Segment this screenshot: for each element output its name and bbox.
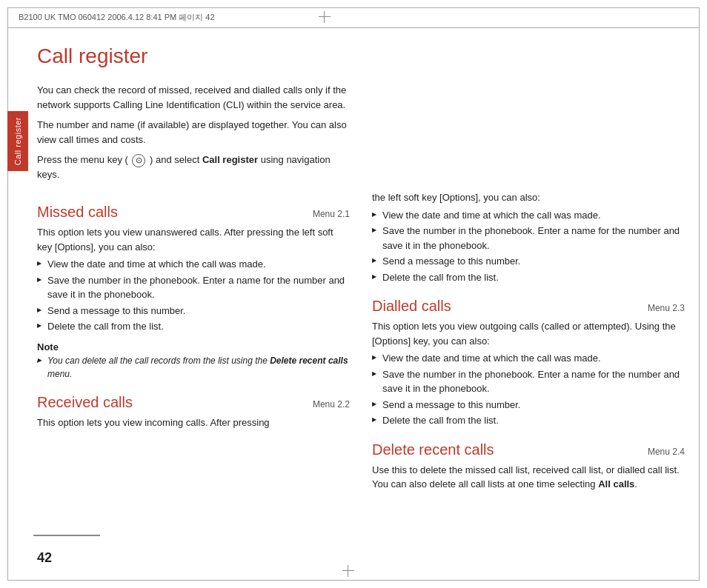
received-calls-body: This option lets you view incoming calls…: [37, 415, 350, 430]
two-column-layout: Missed calls Menu 2.1 This option lets y…: [37, 190, 685, 495]
missed-calls-heading: Missed calls Menu 2.1: [37, 204, 350, 221]
delete-recent-title: Delete recent calls: [372, 441, 494, 458]
received-calls-heading: Received calls Menu 2.2: [37, 394, 350, 411]
missed-calls-bullets: View the date and time at which the call…: [37, 257, 350, 334]
dialled-calls-body: This option lets you view outgoing calls…: [372, 319, 685, 348]
delete-recent-body: Use this to delete the missed call list,…: [372, 463, 685, 492]
left-column: Missed calls Menu 2.1 This option lets y…: [37, 190, 350, 495]
list-item: Delete the call from the list.: [37, 319, 350, 334]
intro-para2: The number and name (if available) are d…: [37, 118, 350, 147]
content-area: Call register You can check the record o…: [37, 37, 685, 566]
note-text: You can delete all the call records from…: [37, 354, 350, 381]
missed-calls-menu: Menu 2.1: [313, 209, 350, 219]
crosshair-top: [319, 11, 331, 23]
dialled-calls-menu: Menu 2.3: [648, 303, 685, 313]
list-item: Send a message to this number.: [37, 304, 350, 318]
side-tab: Call register: [7, 111, 28, 171]
missed-calls-body: This option lets you view unanswered cal…: [37, 225, 350, 254]
delete-recent-heading: Delete recent calls Menu 2.4: [372, 441, 685, 458]
dialled-calls-title: Dialled calls: [372, 298, 451, 315]
intro-para3: Press the menu key ( ⊙ ) and select Call…: [37, 153, 350, 181]
note-box: Note You can delete all the call records…: [37, 341, 350, 381]
crosshair-bottom: [342, 565, 354, 577]
top-bar-text: B2100 UK TMO 060412 2006.4.12 8:41 PM 페이…: [19, 12, 215, 23]
side-tab-text: Call register: [13, 117, 22, 165]
intro-para1: You can check the record of missed, rece…: [37, 83, 350, 112]
right-column: the left soft key [Options], you can als…: [372, 190, 685, 495]
list-item: Send a message to this number.: [372, 398, 685, 412]
note-title: Note: [37, 341, 350, 353]
list-item: View the date and time at which the call…: [372, 351, 685, 366]
received-calls-title: Received calls: [37, 394, 133, 411]
list-item: View the date and time at which the call…: [37, 257, 350, 272]
dialled-calls-heading: Dialled calls Menu 2.3: [372, 298, 685, 315]
list-item: View the date and time at which the call…: [372, 208, 685, 223]
list-item: Send a message to this number.: [372, 254, 685, 269]
dialled-calls-bullets: View the date and time at which the call…: [372, 351, 685, 428]
list-item: Save the number in the phonebook. Enter …: [37, 273, 350, 302]
list-item: Save the number in the phonebook. Enter …: [372, 367, 685, 396]
received-calls-bullets: View the date and time at which the call…: [372, 208, 685, 285]
list-item: Save the number in the phonebook. Enter …: [372, 224, 685, 253]
list-item: Delete the call from the list.: [372, 270, 685, 285]
menu-key-icon: ⊙: [132, 154, 145, 167]
top-bar: B2100 UK TMO 060412 2006.4.12 8:41 PM 페이…: [7, 7, 700, 28]
received-calls-cont: the left soft key [Options], you can als…: [372, 190, 685, 205]
page-title: Call register: [37, 44, 685, 68]
received-calls-menu: Menu 2.2: [313, 399, 350, 410]
list-item: Delete the call from the list.: [372, 413, 685, 428]
missed-calls-title: Missed calls: [37, 204, 118, 221]
delete-recent-menu: Menu 2.4: [648, 447, 685, 457]
